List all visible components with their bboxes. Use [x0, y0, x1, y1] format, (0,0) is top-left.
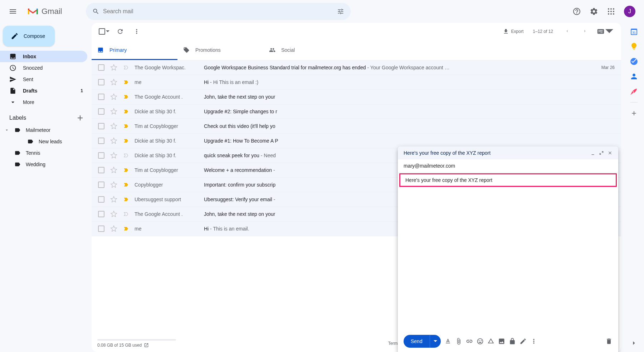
row-checkbox[interactable]	[98, 108, 104, 115]
importance-marker[interactable]	[123, 196, 130, 203]
star-button[interactable]	[110, 167, 117, 174]
email-row[interactable]: meHi - Hi This is an email :)	[92, 75, 621, 90]
row-checkbox[interactable]	[98, 182, 104, 188]
settings-button[interactable]	[587, 4, 601, 19]
keep-addon[interactable]	[630, 42, 638, 51]
star-button[interactable]	[110, 210, 117, 218]
row-checkbox[interactable]	[98, 94, 104, 100]
search-bar[interactable]	[86, 3, 351, 20]
support-button[interactable]	[570, 4, 584, 19]
email-row[interactable]: Dickie at Ship 30 f.Upgrade #1: How To B…	[92, 134, 621, 148]
send-button[interactable]: Send	[404, 335, 441, 348]
insert-drive-button[interactable]	[487, 338, 494, 345]
nav-drafts[interactable]: Drafts 1	[0, 85, 87, 96]
compose-body[interactable]	[398, 188, 618, 331]
label-item[interactable]: Mailmeteor	[0, 124, 87, 136]
star-button[interactable]	[110, 152, 117, 159]
add-label-button[interactable]	[76, 114, 84, 122]
email-row[interactable]: The Google Account .John, take the next …	[92, 90, 621, 104]
mailmeteor-addon[interactable]	[630, 87, 638, 96]
tasks-addon[interactable]	[630, 57, 638, 66]
row-checkbox[interactable]	[98, 79, 104, 85]
refresh-button[interactable]	[113, 24, 127, 39]
gmail-logo[interactable]: Gmail	[21, 7, 86, 16]
next-page-button[interactable]	[577, 29, 593, 35]
close-button[interactable]	[608, 150, 613, 155]
email-row[interactable]: Tim at CopybloggerCheck out this video (…	[92, 119, 621, 134]
importance-marker[interactable]	[123, 123, 130, 129]
row-checkbox[interactable]	[98, 64, 104, 71]
star-button[interactable]	[110, 64, 117, 71]
contacts-addon[interactable]	[630, 72, 638, 81]
row-checkbox[interactable]	[98, 138, 104, 144]
row-checkbox[interactable]	[98, 123, 104, 129]
compose-to-field[interactable]: mary@mailmeteor.com	[398, 159, 618, 173]
search-options-button[interactable]	[333, 4, 348, 19]
search-input[interactable]	[103, 8, 333, 15]
row-checkbox[interactable]	[98, 211, 104, 217]
open-external-icon[interactable]	[144, 343, 149, 348]
star-button[interactable]	[110, 181, 117, 188]
insert-link-button[interactable]	[466, 338, 473, 345]
main-menu-button[interactable]	[4, 3, 21, 20]
row-checkbox[interactable]	[98, 225, 104, 232]
nav-sent[interactable]: Sent	[0, 74, 87, 85]
star-button[interactable]	[110, 79, 117, 86]
label-item[interactable]: Wedding	[0, 159, 87, 170]
compose-button[interactable]: Compose	[3, 26, 55, 46]
tab-primary[interactable]: Primary	[92, 40, 177, 60]
label-item[interactable]: Tennis	[0, 147, 87, 159]
importance-marker[interactable]	[123, 152, 130, 159]
discard-draft-button[interactable]	[605, 338, 613, 345]
nav-inbox[interactable]: Inbox	[0, 51, 87, 62]
star-button[interactable]	[110, 123, 117, 130]
row-checkbox[interactable]	[98, 196, 104, 203]
calendar-addon[interactable]: 31	[630, 27, 638, 36]
search-button[interactable]	[89, 4, 103, 19]
signature-button[interactable]	[519, 338, 527, 345]
confidential-button[interactable]	[509, 338, 516, 345]
tab-promotions[interactable]: Promotions	[177, 40, 263, 60]
importance-marker[interactable]	[123, 211, 130, 217]
importance-marker[interactable]	[123, 79, 130, 85]
compose-more-button[interactable]	[530, 338, 537, 345]
importance-marker[interactable]	[123, 94, 130, 100]
hide-side-panel[interactable]	[630, 339, 638, 348]
email-row[interactable]: Dickie at Ship 30 f.Upgrade #2: Simple c…	[92, 104, 621, 119]
insert-photo-button[interactable]	[498, 338, 505, 345]
importance-marker[interactable]	[123, 225, 130, 232]
email-row[interactable]: The Google Workspac.Google Workspace Bus…	[92, 60, 621, 75]
tab-social[interactable]: Social	[263, 40, 349, 60]
importance-marker[interactable]	[123, 167, 130, 173]
compose-subject-field[interactable]: Here's your free copy of the XYZ report	[399, 173, 617, 187]
insert-emoji-button[interactable]	[477, 338, 484, 345]
compose-header[interactable]: Here's your free copy of the XYZ report	[398, 147, 618, 159]
star-button[interactable]	[110, 108, 117, 115]
nav-more[interactable]: More	[0, 96, 87, 108]
attach-button[interactable]	[455, 338, 462, 345]
send-options-button[interactable]	[430, 335, 441, 348]
star-button[interactable]	[110, 93, 117, 100]
star-button[interactable]	[110, 196, 117, 203]
get-addons-button[interactable]	[630, 109, 638, 118]
minimize-button[interactable]	[590, 150, 595, 155]
account-avatar[interactable]: J	[624, 6, 635, 17]
nav-snoozed[interactable]: Snoozed	[0, 62, 87, 74]
select-all-checkbox[interactable]	[97, 27, 111, 36]
prev-page-button[interactable]	[559, 29, 575, 35]
importance-marker[interactable]	[123, 182, 130, 188]
star-button[interactable]	[110, 225, 117, 232]
importance-marker[interactable]	[123, 64, 130, 71]
row-checkbox[interactable]	[98, 167, 104, 173]
row-checkbox[interactable]	[98, 152, 104, 159]
formatting-button[interactable]	[444, 338, 452, 345]
more-actions-button[interactable]	[130, 24, 144, 39]
star-button[interactable]	[110, 137, 117, 144]
apps-button[interactable]	[604, 4, 618, 19]
label-item[interactable]: New leads	[0, 136, 87, 147]
export-button[interactable]: Export	[499, 26, 527, 37]
fullscreen-button[interactable]	[599, 150, 604, 155]
importance-marker[interactable]	[123, 108, 130, 115]
importance-marker[interactable]	[123, 138, 130, 144]
input-tools-button[interactable]	[595, 26, 615, 37]
